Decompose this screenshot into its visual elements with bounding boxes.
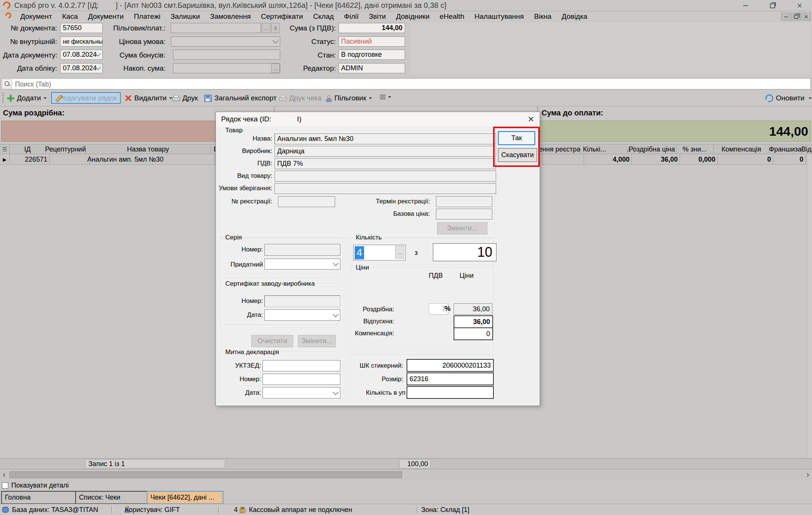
delete-button[interactable]: Видалити <box>125 94 172 102</box>
dialog-title-bar[interactable]: Рядок чека (ID: І) × <box>216 112 540 126</box>
price-condition-select[interactable] <box>171 36 280 47</box>
menu-item-ehealth[interactable]: eHealth <box>440 12 464 21</box>
manufacturer-field[interactable]: Дарница <box>275 146 496 157</box>
storage-field[interactable] <box>275 183 496 194</box>
clear-certificate-button[interactable]: Очистити <box>251 335 293 347</box>
horizontal-scrollbar[interactable]: ‹ › <box>0 471 812 479</box>
sticker-field[interactable]: 2060000201133 <box>407 359 494 372</box>
base-price-field[interactable] <box>436 209 492 220</box>
edit-row-button[interactable]: Редагувати рядок <box>51 92 121 104</box>
sum-vat-field[interactable]: 144,00 <box>338 23 405 33</box>
bonus-sum-field[interactable] <box>173 50 280 60</box>
tab-list-receipts[interactable]: Список: Чеки <box>75 491 152 504</box>
column-quantity[interactable]: Кількі...△ <box>580 144 634 154</box>
table-vertical-scrollbar[interactable] <box>807 154 812 458</box>
pack-qty-field[interactable] <box>407 386 494 399</box>
column-retail-price[interactable]: Роздрібна ціна <box>628 144 676 154</box>
product-type-field[interactable] <box>275 171 496 182</box>
cert-date-dropdown-icon[interactable] <box>333 311 339 317</box>
search-input[interactable] <box>14 79 806 89</box>
uktzed-field[interactable] <box>263 360 340 371</box>
dialog-close-button[interactable]: × <box>522 112 540 126</box>
scrollbar-thumb[interactable] <box>9 471 402 478</box>
series-number-field[interactable] <box>264 244 340 256</box>
customs-number-field[interactable] <box>263 374 340 385</box>
column-discount[interactable]: % зни... <box>676 144 714 154</box>
search-button[interactable] <box>2 79 12 88</box>
column-registration-end[interactable]: ення реєстрації <box>539 144 580 154</box>
column-product-name[interactable]: Назва товару <box>85 144 211 154</box>
size-label: Розмір: <box>354 376 403 383</box>
menu-item-kasa[interactable]: Каса <box>62 12 78 21</box>
menu-item-directories[interactable]: Довідники <box>396 12 430 21</box>
internal-number-field[interactable]: не фискальный <box>60 36 103 47</box>
menu-item-documents[interactable]: Документи <box>88 12 124 21</box>
quantity-input[interactable]: 4 ... <box>353 245 406 261</box>
beneficiary-field[interactable] <box>171 23 261 33</box>
mdi-restore-icon <box>794 15 798 19</box>
reg-number-field[interactable] <box>278 196 335 207</box>
accum-sum-browse-button[interactable]: ... <box>271 64 280 73</box>
name-field[interactable]: Анальгин амп. 5мл №30 <box>275 133 496 144</box>
column-franchise[interactable]: Франшиза <box>769 144 802 154</box>
menu-item-branches[interactable]: Філії <box>344 12 359 21</box>
mdi-restore-button[interactable] <box>791 13 801 21</box>
quantity-browse-button[interactable]: ... <box>395 246 404 259</box>
customs-date-select[interactable] <box>263 387 340 398</box>
toolbar-grip[interactable] <box>2 93 4 103</box>
series-valid-dropdown-icon[interactable] <box>333 261 339 267</box>
beneficiary-clear-button[interactable]: X <box>271 23 280 33</box>
account-date-field[interactable]: 07.08.2024 <box>60 63 103 73</box>
price-condition-dropdown-icon[interactable] <box>273 38 279 44</box>
vat-field[interactable]: ПДВ 7% <box>275 158 496 169</box>
print-receipt-button[interactable]: Друк чека <box>279 94 322 102</box>
cert-date-select[interactable] <box>264 309 340 321</box>
list-options-button[interactable] <box>380 95 391 100</box>
customs-date-dropdown-icon[interactable] <box>333 389 339 395</box>
cert-number-field[interactable] <box>264 295 340 307</box>
scroll-left-button[interactable]: ‹ <box>0 471 8 479</box>
menu-item-document[interactable]: Документ <box>20 12 52 21</box>
refresh-button[interactable]: Оновити <box>765 94 812 102</box>
close-button[interactable]: × <box>792 0 807 11</box>
doc-number-field[interactable]: 57650 <box>60 23 103 33</box>
tab-receipts-active[interactable]: Чеки [64622], дані ... <box>147 491 223 504</box>
menu-item-reports[interactable]: Звіти <box>369 12 386 21</box>
menu-item-orders[interactable]: Замовлення <box>210 12 251 21</box>
mdi-close-button[interactable]: × <box>801 13 811 21</box>
add-button[interactable]: Додати <box>7 94 47 102</box>
change-product-button[interactable]: Змінити... <box>437 222 487 235</box>
beneficiary-browse-button[interactable]: ... <box>262 23 270 33</box>
menu-item-windows[interactable]: Вікна <box>534 12 551 21</box>
column-compensation[interactable]: Компенсація <box>713 144 770 154</box>
column-selector[interactable] <box>0 144 10 154</box>
scroll-right-button[interactable]: › <box>804 471 812 479</box>
doc-date-field[interactable]: 07.08.2024 <box>60 50 103 60</box>
tab-main[interactable]: Головна <box>1 491 80 504</box>
column-prescription[interactable]: Рецептурний <box>46 144 86 154</box>
selling-price-field[interactable]: 36,00 <box>454 315 493 328</box>
menu-item-payments[interactable]: Платежі <box>134 12 161 21</box>
export-button[interactable]: Загальний експорт <box>204 94 276 102</box>
menu-item-warehouse[interactable]: Склад <box>313 12 334 21</box>
menu-item-settings[interactable]: Налаштування <box>475 12 524 21</box>
search-bar[interactable] <box>1 78 811 89</box>
mdi-minimize-button[interactable] <box>781 13 791 21</box>
reg-term-field[interactable] <box>436 196 492 207</box>
minimize-button[interactable] <box>738 0 753 11</box>
menu-item-help[interactable]: Довідка <box>562 12 587 21</box>
beneficiary-button[interactable]: Пільговик <box>326 94 372 102</box>
retail-price-field[interactable]: 36,00 <box>454 303 492 315</box>
series-valid-select[interactable] <box>264 259 340 270</box>
change-certificate-button[interactable]: Змінити... <box>298 335 336 347</box>
compensation-field[interactable]: 0 <box>454 327 493 340</box>
column-id[interactable]: ІД <box>9 144 46 154</box>
column-dispense[interactable]: Відпу... <box>801 144 812 154</box>
show-details-checkbox[interactable] <box>2 482 8 489</box>
accum-sum-field[interactable] <box>173 63 280 73</box>
restore-button[interactable] <box>765 0 780 11</box>
print-button[interactable]: Друк <box>172 94 198 102</box>
menu-item-certificates[interactable]: Сертифікати <box>261 12 303 21</box>
menu-item-stock[interactable]: Залишки <box>171 12 200 21</box>
size-field[interactable]: 62316 <box>407 373 494 385</box>
